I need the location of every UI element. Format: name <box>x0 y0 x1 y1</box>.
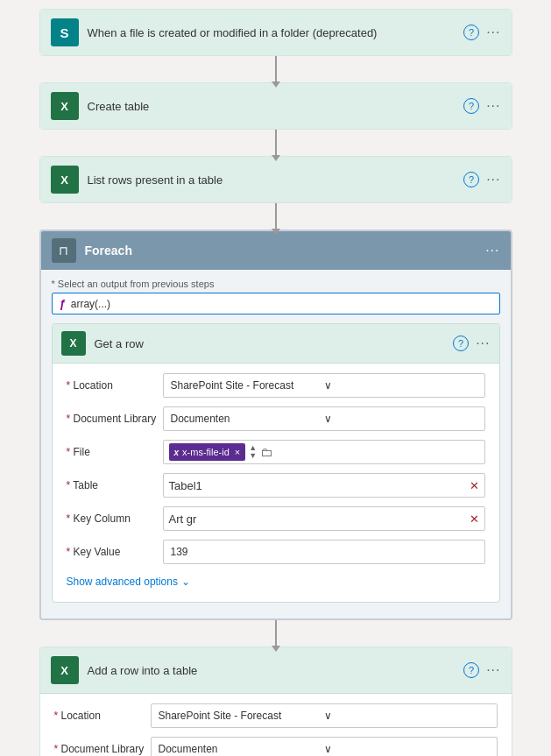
add-row-help-button[interactable]: ? <box>463 662 479 678</box>
add-row-location-chevron: ∨ <box>324 710 490 722</box>
get-row-file-input[interactable]: x x-ms-file-id × ▲ ▼ 🗀 <box>163 440 485 464</box>
step3-help-button[interactable]: ? <box>463 172 479 187</box>
add-row-card: X Add a row into a table ? ··· Location … <box>39 646 512 756</box>
get-row-title: Get a row <box>95 337 454 350</box>
foreach-select-label: * Select an output from previous steps <box>52 279 500 289</box>
get-row-location-row: Location SharePoint Site - Forecast ∨ <box>67 372 485 399</box>
get-row-file-row: File x x-ms-file-id × ▲ ▼ 🗀 <box>67 439 485 465</box>
get-row-help-button[interactable]: ? <box>453 336 469 351</box>
step2-more-button[interactable]: ··· <box>486 98 500 114</box>
get-row-location-chevron: ∨ <box>324 379 477 392</box>
get-row-table-input[interactable]: Tabel1 ✕ <box>163 473 485 498</box>
get-row-doclibrary-dropdown[interactable]: Documenten ∨ <box>163 406 485 431</box>
get-row-card: X Get a row ? ··· Location <box>52 323 500 603</box>
add-row-doclibrary-dropdown[interactable]: Documenten ∨ <box>151 737 498 756</box>
foreach-body: * Select an output from previous steps ƒ… <box>41 279 511 603</box>
add-row-doclibrary-row: Document Library Documenten ∨ <box>54 736 498 756</box>
step3-icon: X <box>51 166 79 194</box>
step1-icon: S <box>51 18 79 46</box>
step2-help-button[interactable]: ? <box>463 98 479 114</box>
down-arrow-icon[interactable]: ▼ <box>249 452 257 460</box>
step1-help-button[interactable]: ? <box>463 25 479 40</box>
add-row-actions: ? ··· <box>463 662 500 678</box>
add-row-location-dropdown[interactable]: SharePoint Site - Forecast ∨ <box>151 703 498 728</box>
func-icon: ƒ <box>60 297 66 310</box>
step3-header: X List rows present in a table ? ··· <box>40 157 512 202</box>
foreach-header: ⊓ Foreach ··· <box>41 231 511 270</box>
get-row-location-dropdown[interactable]: SharePoint Site - Forecast ∨ <box>163 373 485 398</box>
get-row-table-value: Tabel1 <box>169 479 202 492</box>
show-advanced-label: Show advanced options <box>67 576 178 588</box>
get-row-keyvalue-row: Key Value <box>67 539 485 565</box>
get-row-keycolumn-clear[interactable]: ✕ <box>470 513 479 525</box>
step3-more-button[interactable]: ··· <box>486 172 500 187</box>
get-row-keyvalue-input[interactable] <box>163 540 485 564</box>
add-row-more-button[interactable]: ··· <box>486 662 500 678</box>
add-row-form: Location SharePoint Site - Forecast ∨ Do… <box>40 694 512 756</box>
foreach-container: ⊓ Foreach ··· * Select an output from pr… <box>39 230 512 620</box>
show-advanced-options[interactable]: Show advanced options ⌄ <box>67 572 485 590</box>
get-row-actions: ? ··· <box>453 336 490 351</box>
get-row-doclibrary-label: Document Library <box>67 413 163 425</box>
get-row-file-label: File <box>67 446 163 458</box>
connector-3 <box>275 203 277 230</box>
step1-header: S When a file is created or modified in … <box>40 10 512 55</box>
get-row-table-row: Table Tabel1 ✕ <box>67 472 485 498</box>
foreach-actions: ··· <box>485 243 499 258</box>
step3-actions: ? ··· <box>463 172 500 187</box>
foreach-icon: ⊓ <box>52 238 76 263</box>
add-row-location-row: Location SharePoint Site - Forecast ∨ <box>54 703 498 729</box>
get-row-file-token: x x-ms-file-id × <box>169 443 246 461</box>
add-row-icon: X <box>51 656 79 684</box>
get-row-doclibrary-chevron: ∨ <box>324 413 477 425</box>
step2-header: X Create table ? ··· <box>40 83 512 129</box>
foreach-select-value[interactable]: ƒ array(...) <box>52 293 500 314</box>
show-advanced-chevron: ⌄ <box>181 576 190 588</box>
step1-more-button[interactable]: ··· <box>486 25 500 40</box>
step2-card: X Create table ? ··· <box>39 82 512 130</box>
get-row-keycolumn-input[interactable]: Art gr ✕ <box>163 506 485 531</box>
add-row-header: X Add a row into a table ? ··· <box>40 647 512 694</box>
get-row-keyvalue-label: Key Value <box>67 546 163 558</box>
get-row-keycolumn-label: Key Column <box>67 512 163 525</box>
get-row-header: X Get a row ? ··· <box>53 324 499 364</box>
add-row-location-label: Location <box>54 710 151 722</box>
step2-icon: X <box>51 92 79 120</box>
step3-title: List rows present in a table <box>88 173 464 187</box>
add-row-title: Add a row into a table <box>88 664 464 677</box>
foreach-more-button[interactable]: ··· <box>485 243 499 258</box>
add-row-doclibrary-value: Documenten <box>159 743 324 755</box>
add-row-location-value: SharePoint Site - Forecast <box>159 710 324 722</box>
get-row-table-clear[interactable]: ✕ <box>470 480 479 491</box>
get-row-file-token-remove[interactable]: × <box>235 447 240 457</box>
foreach-title: Foreach <box>85 244 486 258</box>
connector-1 <box>275 56 277 82</box>
get-row-keycolumn-row: Key Column Art gr ✕ <box>67 505 485 532</box>
step1-actions: ? ··· <box>463 25 500 40</box>
get-row-more-button[interactable]: ··· <box>476 336 490 351</box>
add-row-doclibrary-label: Document Library <box>54 743 151 755</box>
get-row-file-arrows: ▲ ▼ <box>249 444 257 460</box>
add-row-doclibrary-chevron: ∨ <box>324 743 490 755</box>
get-row-icon: X <box>61 331 86 356</box>
get-row-keycolumn-value: Art gr <box>169 512 197 526</box>
get-row-location-label: Location <box>67 379 163 392</box>
step3-card: X List rows present in a table ? ··· <box>39 156 512 203</box>
get-row-doclibrary-row: Document Library Documenten ∨ <box>67 406 485 432</box>
get-row-doclibrary-value: Documenten <box>171 413 324 425</box>
step2-title: Create table <box>88 100 464 113</box>
get-row-table-label: Table <box>67 479 163 491</box>
foreach-value: array(...) <box>71 298 110 310</box>
step2-actions: ? ··· <box>463 98 500 114</box>
connector-4 <box>275 620 277 646</box>
step1-card: S When a file is created or modified in … <box>39 9 512 56</box>
folder-icon[interactable]: 🗀 <box>260 445 272 459</box>
get-row-form: Location SharePoint Site - Forecast ∨ Do… <box>53 364 499 602</box>
connector-2 <box>275 130 277 156</box>
get-row-location-value: SharePoint Site - Forecast <box>171 379 324 392</box>
step1-title: When a file is created or modified in a … <box>88 26 464 39</box>
